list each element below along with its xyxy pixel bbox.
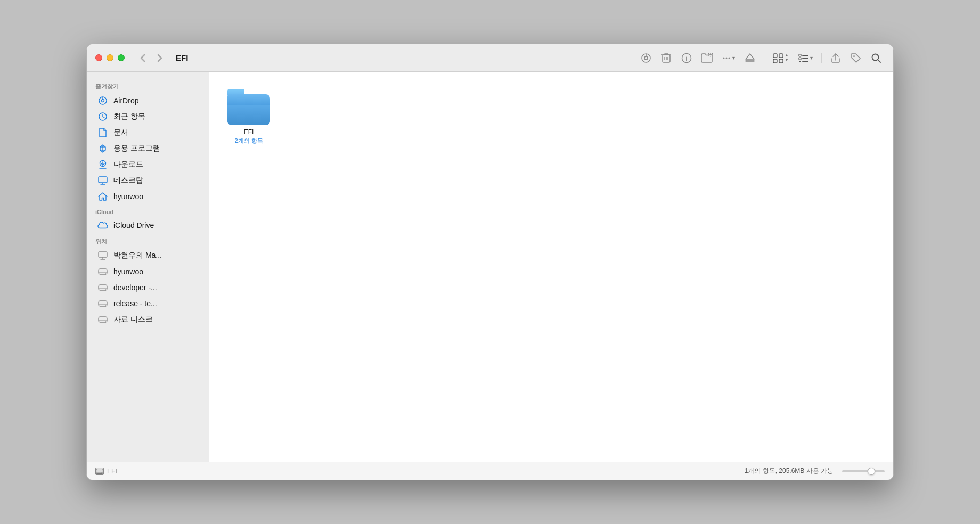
favorites-section-label: 즐겨찾기 <box>87 78 209 93</box>
sidebar-item-home[interactable]: hyunwoo <box>89 189 207 204</box>
svg-point-1 <box>644 56 648 60</box>
svg-point-57 <box>105 305 106 306</box>
sidebar-item-documents[interactable]: 문서 <box>89 125 207 141</box>
icloud-section-label: iCloud <box>87 204 209 217</box>
sidebar-item-downloads[interactable]: 다운로드 <box>89 157 207 173</box>
more-button[interactable]: ▾ <box>718 51 738 65</box>
location-section-label: 위치 <box>87 233 209 248</box>
trash-icon[interactable] <box>658 50 675 67</box>
more-arrow-icon: ▾ <box>732 55 735 61</box>
airdrop-sidebar-icon <box>97 95 108 106</box>
applications-sidebar-icon <box>97 143 108 154</box>
finder-window: EFI <box>86 44 894 480</box>
sidebar-item-label-data-disk: 자료 디스크 <box>113 315 153 324</box>
documents-sidebar-icon <box>97 127 108 138</box>
status-path-label: EFI <box>107 468 117 475</box>
view-list-arrow-icon: ▾ <box>810 55 813 61</box>
sidebar-item-mac[interactable]: 박현우의 Ma... <box>89 248 207 264</box>
minimize-button[interactable] <box>107 54 113 61</box>
status-info: 1개의 항목, 205.6MB 사용 가능 <box>745 466 834 476</box>
sidebar-item-label-applications: 응용 프로그램 <box>113 144 160 153</box>
developer-disk-sidebar-icon <box>97 282 108 293</box>
svg-text:i: i <box>685 55 687 62</box>
home-sidebar-icon <box>97 191 108 202</box>
sidebar-item-applications[interactable]: 응용 프로그램 <box>89 141 207 157</box>
toolbar-separator-2 <box>821 53 822 63</box>
data-disk-sidebar-icon <box>97 314 108 325</box>
file-count: 2개의 항목 <box>234 137 263 145</box>
sidebar-item-label-developer-disk: developer -... <box>113 283 157 292</box>
svg-point-16 <box>729 57 730 59</box>
window-title: EFI <box>176 53 188 62</box>
sidebar-item-hyunwoo-disk[interactable]: hyunwoo <box>89 264 207 280</box>
svg-line-32 <box>878 60 880 62</box>
zoom-slider[interactable] <box>842 470 885 472</box>
svg-point-14 <box>723 57 725 59</box>
svg-rect-22 <box>779 59 783 63</box>
status-path: EFI <box>95 468 117 475</box>
sidebar-item-icloud-drive[interactable]: iCloud Drive <box>89 217 207 233</box>
svg-rect-20 <box>779 54 783 58</box>
sidebar-item-airdrop[interactable]: AirDrop <box>89 93 207 109</box>
sidebar-item-label-mac: 박현우의 Ma... <box>113 251 162 260</box>
file-grid: EFI 2개의 항목 <box>222 85 880 449</box>
svg-point-54 <box>105 289 106 290</box>
toolbar-separator <box>764 53 764 63</box>
svg-point-51 <box>105 273 106 274</box>
tag-icon[interactable] <box>847 50 864 67</box>
sidebar-item-release-disk[interactable]: release - te... <box>89 296 207 312</box>
share-icon[interactable] <box>827 50 844 67</box>
eject-icon[interactable] <box>741 50 758 67</box>
sidebar: 즐겨찾기 AirDrop 최근 <box>87 72 209 462</box>
downloads-sidebar-icon <box>97 159 108 170</box>
list-item[interactable]: EFI 2개의 항목 <box>222 85 275 449</box>
status-disk-icon <box>95 468 104 475</box>
search-icon[interactable] <box>868 50 885 67</box>
zoom-slider-thumb[interactable] <box>868 468 875 475</box>
nav-buttons <box>135 51 167 66</box>
svg-point-30 <box>853 55 855 57</box>
svg-rect-21 <box>773 59 777 63</box>
sidebar-item-recents[interactable]: 최근 항목 <box>89 109 207 125</box>
svg-marker-17 <box>746 54 754 59</box>
mac-sidebar-icon <box>97 250 108 261</box>
maximize-button[interactable] <box>118 54 125 61</box>
close-button[interactable] <box>95 54 102 61</box>
titlebar: EFI <box>87 44 893 72</box>
sidebar-item-label-desktop: 데스크탑 <box>113 176 143 185</box>
svg-rect-27 <box>799 61 801 62</box>
status-bar: EFI 1개의 항목, 205.6MB 사용 가능 <box>87 462 893 480</box>
sidebar-item-label-documents: 문서 <box>113 128 128 137</box>
view-icons-button[interactable]: ▲ ▼ <box>770 51 792 65</box>
sidebar-item-label-release-disk: release - te... <box>113 299 157 308</box>
airdrop-icon[interactable] <box>638 50 655 67</box>
sidebar-item-data-disk[interactable]: 자료 디스크 <box>89 312 207 328</box>
info-icon[interactable]: i <box>678 50 695 67</box>
svg-point-60 <box>105 321 106 322</box>
svg-rect-18 <box>746 60 754 62</box>
svg-point-63 <box>101 472 102 473</box>
sidebar-item-label-airdrop: AirDrop <box>113 96 138 105</box>
svg-rect-24 <box>799 58 801 60</box>
svg-rect-43 <box>99 177 107 183</box>
sidebar-item-label-hyunwoo-disk: hyunwoo <box>113 267 143 276</box>
sidebar-item-desktop[interactable]: 데스크탑 <box>89 173 207 189</box>
desktop-sidebar-icon <box>97 175 108 186</box>
sidebar-item-developer-disk[interactable]: developer -... <box>89 280 207 296</box>
view-list-button[interactable]: ▾ <box>795 52 816 64</box>
folder-body <box>227 94 270 125</box>
svg-rect-46 <box>99 252 107 257</box>
recents-sidebar-icon <box>97 111 108 122</box>
new-folder-icon[interactable] <box>698 50 715 67</box>
zoom-slider-container <box>842 470 885 472</box>
folder-icon <box>227 89 270 125</box>
back-button[interactable] <box>135 51 150 66</box>
svg-rect-26 <box>802 58 808 59</box>
svg-point-15 <box>726 57 728 59</box>
svg-rect-25 <box>802 55 808 56</box>
toolbar: i ▾ <box>638 50 885 67</box>
sidebar-item-label-home: hyunwoo <box>113 192 143 201</box>
icloud-drive-sidebar-icon <box>97 220 108 231</box>
hyunwoo-disk-sidebar-icon <box>97 266 108 277</box>
forward-button[interactable] <box>152 51 167 66</box>
